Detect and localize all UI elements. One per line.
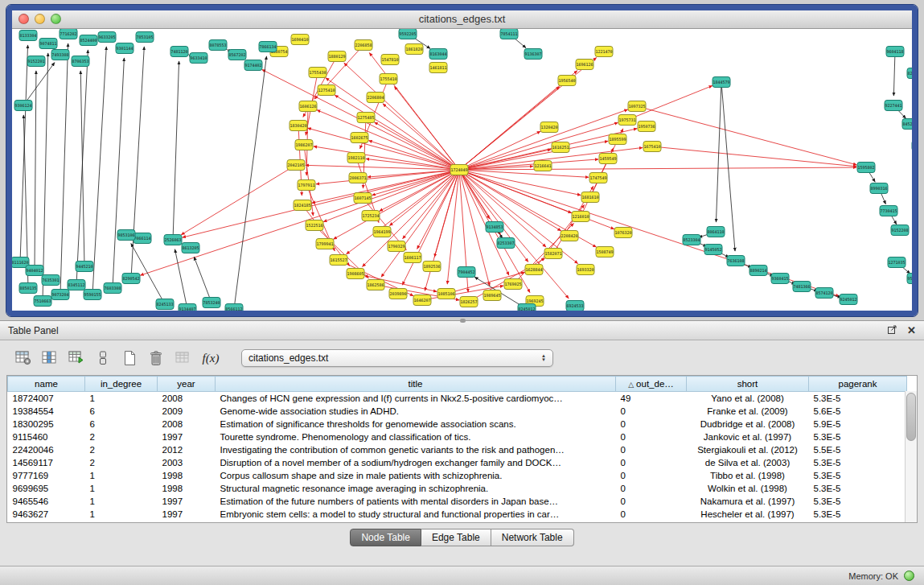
graph-edge[interactable] [637,106,856,165]
graph-node[interactable]: 1982110 [347,153,365,163]
graph-node[interactable]: 8990316 [870,183,888,194]
graph-edge[interactable] [368,141,459,170]
graph-node[interactable]: 8890214 [749,266,767,276]
graph-node[interactable]: 2206858 [355,40,372,51]
graph-node[interactable]: 9152201 [27,56,45,67]
graph-node[interactable]: 9134407 [179,304,196,312]
scrollbar-thumb[interactable] [906,393,916,441]
graph-node[interactable]: 8345112 [68,280,85,290]
column-header-year[interactable]: year [158,377,216,392]
graph-node[interactable]: 1975731 [618,115,636,126]
graph-edge[interactable] [459,58,597,170]
table-row[interactable]: 1872400712008Changes of HCN gene express… [8,392,907,406]
graph-node[interactable]: 9136307 [524,49,542,60]
graph-edge[interactable] [113,58,124,288]
graph-node[interactable]: 7066114 [133,233,151,244]
graph-node[interactable]: 8574120 [815,288,833,299]
graph-node[interactable]: 1964199 [373,227,391,237]
table-row[interactable]: 911546021997Tourette syndrome. Phenomeno… [8,431,907,443]
graph-node[interactable]: 9592205 [399,29,417,39]
graph-edge[interactable] [80,71,84,266]
graph-node[interactable]: 9577345 [907,274,912,284]
network-window-titlebar[interactable]: citations_edges.txt [12,10,912,29]
graph-edge[interactable] [380,170,459,211]
graph-node[interactable]: 7904452 [458,267,475,278]
graph-node[interactable]: 9145052 [704,245,722,255]
graph-node[interactable]: 1790329 [388,241,405,252]
graph-node[interactable]: 7635301 [42,275,60,286]
graph-node[interactable]: 1607145 [354,193,372,204]
graph-node[interactable]: 9604118 [886,47,904,57]
graph-node[interactable]: 1522516 [306,220,323,231]
graph-node[interactable]: 1459549 [599,154,617,164]
table-row[interactable]: 1456911722003Disruption of a novel membe… [8,456,907,469]
graph-node[interactable]: 1950736 [638,122,655,132]
graph-edge[interactable] [43,53,48,301]
graph-node[interactable]: 1547810 [381,55,399,65]
network-canvas[interactable]: 1724049220685818801291755430127541016061… [12,29,912,311]
graph-node[interactable]: 7481366 [793,282,811,292]
graph-node[interactable]: 1769025 [504,279,522,290]
select-columns-icon[interactable] [39,348,60,368]
graph-node[interactable]: 1986207 [295,140,313,150]
graph-node[interactable]: 8452021 [902,119,912,130]
table-row[interactable]: 977716911998Corpus callosum shape and si… [8,469,907,482]
graph-edge[interactable] [893,51,895,96]
graph-node[interactable]: 1602675 [351,133,368,143]
graph-edge[interactable] [459,170,561,231]
graph-node[interactable]: 1693320 [577,265,594,275]
graph-node[interactable]: 1895599 [609,134,626,145]
graph-node[interactable]: 8524400 [80,35,97,46]
graph-node[interactable]: 9301144 [116,43,133,54]
graph-node[interactable]: 1615527 [330,255,347,266]
column-header-in_degree[interactable]: in_degree [85,377,158,392]
graph-edge[interactable] [173,61,179,240]
graph-node[interactable]: 1595802 [857,163,875,173]
graph-node[interactable]: 8163044 [429,49,447,60]
graph-node[interactable]: 2206804 [367,93,384,103]
graph-node[interactable]: 1862586 [367,280,384,290]
column-header-name[interactable]: name [8,377,85,392]
graph-node[interactable]: 1908605 [347,269,364,279]
graph-edge[interactable] [60,43,68,295]
graph-node[interactable]: 1696126 [576,60,593,70]
graph-node[interactable]: 8253366 [907,68,912,79]
graph-edge[interactable] [459,167,856,170]
graph-node[interactable]: 2039890 [389,289,407,299]
graph-node[interactable]: 1747549 [589,173,607,183]
minimize-window-button[interactable] [35,14,45,24]
graph-edge[interactable] [326,78,459,170]
tab-node-table[interactable]: Node Table [350,529,421,546]
graph-node[interactable]: 1221470 [595,47,613,57]
graph-node[interactable]: 7716202 [60,29,77,39]
graph-node[interactable]: 1508749 [596,247,614,257]
memory-status-indicator[interactable] [904,571,914,581]
delete-table-icon[interactable] [146,348,166,368]
graph-node[interactable]: 8567202 [228,50,246,60]
graph-node[interactable]: 2042105 [287,160,305,171]
graph-node[interactable]: 9152208 [891,225,909,236]
graph-node[interactable]: 9404012 [26,266,43,276]
graph-edge[interactable] [234,56,266,309]
graph-node[interactable]: 7493308 [51,50,69,60]
graph-node[interactable]: 1844579 [713,77,730,88]
graph-node[interactable]: 9227441 [885,101,902,111]
graph-node[interactable]: 9074811 [39,39,57,49]
graph-node[interactable]: 1216010 [572,212,589,222]
graph-edge[interactable] [194,257,211,303]
graph-edge[interactable] [317,110,459,170]
graph-node[interactable]: 8253307 [497,238,515,249]
table-row[interactable]: 969969511998Structural magnetic resonanc… [8,482,907,495]
graph-node[interactable]: 6924533 [566,301,584,311]
close-window-button[interactable] [18,14,29,24]
graph-node[interactable]: 7853240 [203,298,220,308]
graph-node[interactable]: 1616251 [552,142,569,153]
column-header-short[interactable]: short [687,377,809,392]
table-settings-icon[interactable] [13,348,34,368]
graph-node[interactable]: 1797911 [298,180,315,191]
import-table-icon[interactable] [66,348,87,368]
graph-node[interactable]: 1275485 [357,113,375,123]
close-panel-icon[interactable]: ✕ [907,324,916,336]
graph-edge[interactable] [181,165,296,235]
graph-edge[interactable] [434,170,459,257]
